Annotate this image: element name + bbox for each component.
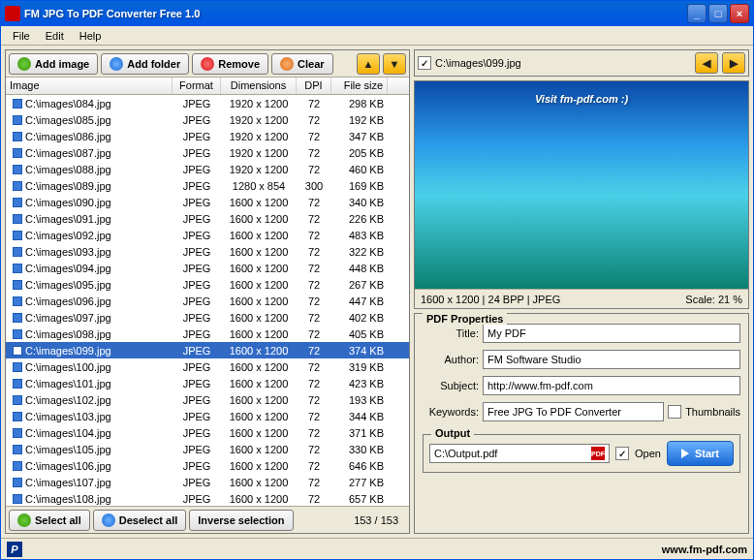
image-icon [13,329,22,339]
add-image-button[interactable]: Add image [9,53,98,75]
table-row[interactable]: C:\images\091.jpgJPEG1600 x 120072226 KB [6,210,409,227]
thumbnails-checkbox[interactable] [668,405,681,419]
subject-label: Subject: [423,380,479,391]
image-icon [13,428,22,438]
preview-enabled-checkbox[interactable]: ✓ [418,56,431,70]
list-header: Image Format Dimensions DPI File size [6,78,409,95]
image-icon [13,214,22,224]
deselect-all-button[interactable]: Deselect all [93,510,187,531]
title-input[interactable] [483,324,740,343]
image-icon [13,165,22,174]
select-all-button[interactable]: Select all [9,510,90,531]
thumbnails-label: Thumbnails [685,406,740,418]
maximize-button[interactable]: □ [708,4,728,23]
table-row[interactable]: C:\images\100.jpgJPEG1600 x 120072319 KB [6,358,409,375]
keywords-input[interactable] [483,402,664,421]
menubar: File Edit Help [1,26,753,46]
col-image[interactable]: Image [6,78,173,94]
minimize-button[interactable]: _ [687,4,707,23]
table-row[interactable]: C:\images\108.jpgJPEG1600 x 120072657 KB [6,490,409,506]
start-button[interactable]: Start [667,441,734,466]
next-image-button[interactable]: ▶ [722,52,745,74]
table-row[interactable]: C:\images\101.jpgJPEG1600 x 120072423 KB [6,375,409,391]
table-row[interactable]: C:\images\087.jpgJPEG1920 x 120072205 KB [6,144,409,161]
image-icon [13,115,22,125]
list-toolbar: Add image Add folder Remove Clear ▲ ▼ [6,50,409,78]
list-bottom-bar: Select all Deselect all Inverse selectio… [6,506,409,533]
uncheck-icon [102,513,115,527]
preview-toolbar: ✓ C:\images\099.jpg ◀ ▶ [414,49,749,77]
table-row[interactable]: C:\images\094.jpgJPEG1600 x 120072448 KB [6,260,409,276]
preview-info: 1600 x 1200 | 24 BPP | JPEG [421,294,560,305]
website-link[interactable]: www.fm-pdf.com [662,544,747,555]
folder-icon [110,57,123,71]
plus-icon [17,57,31,71]
image-icon [13,198,22,207]
output-path-input[interactable]: C:\Output.pdf PDF [429,444,610,463]
image-icon [13,346,22,356]
preview-path: C:\images\099.jpg [435,57,691,69]
preview-image: Visit fm-pdf.com :) [415,81,748,289]
table-row[interactable]: C:\images\095.jpgJPEG1600 x 120072267 KB [6,276,409,293]
right-panel: ✓ C:\images\099.jpg ◀ ▶ Visit fm-pdf.com… [414,49,749,534]
window-title: FM JPG To PDF Converter Free 1.0 [24,8,687,19]
image-icon [13,264,22,273]
author-input[interactable] [483,350,740,369]
table-row[interactable]: C:\images\103.jpgJPEG1600 x 120072344 KB [6,408,409,424]
paypal-icon[interactable]: P [7,542,22,557]
table-row[interactable]: C:\images\105.jpgJPEG1600 x 120072330 KB [6,441,409,457]
table-row[interactable]: C:\images\106.jpgJPEG1600 x 120072646 KB [6,457,409,474]
table-row[interactable]: C:\images\086.jpgJPEG1920 x 120072347 KB [6,128,409,144]
image-icon [13,280,22,290]
table-row[interactable]: C:\images\102.jpgJPEG1600 x 120072193 KB [6,391,409,408]
col-format[interactable]: Format [173,78,221,94]
table-row[interactable]: C:\images\084.jpgJPEG1920 x 120072298 KB [6,95,409,111]
col-dimensions[interactable]: Dimensions [221,78,297,94]
list-body[interactable]: C:\images\084.jpgJPEG1920 x 120072298 KB… [6,95,409,506]
minus-icon [201,57,214,71]
table-row[interactable]: C:\images\099.jpgJPEG1600 x 120072374 KB [6,342,409,358]
table-row[interactable]: C:\images\104.jpgJPEG1600 x 120072371 KB [6,424,409,441]
move-up-button[interactable]: ▲ [357,53,380,75]
table-row[interactable]: C:\images\090.jpgJPEG1600 x 120072340 KB [6,194,409,210]
add-folder-button[interactable]: Add folder [101,53,189,75]
prev-image-button[interactable]: ◀ [695,52,718,74]
item-count: 153 / 153 [354,514,406,526]
author-label: Author: [423,354,479,365]
preview-box: Visit fm-pdf.com :) 1600 x 1200 | 24 BPP… [414,80,749,309]
col-dpi[interactable]: DPI [297,78,331,94]
inverse-selection-button[interactable]: Inverse selection [189,510,293,531]
table-row[interactable]: C:\images\093.jpgJPEG1600 x 120072322 KB [6,243,409,260]
menu-help[interactable]: Help [72,28,110,44]
image-icon [13,445,22,454]
titlebar: FM JPG To PDF Converter Free 1.0 _ □ × [1,1,753,26]
image-icon [13,478,22,487]
check-icon [17,513,31,527]
table-row[interactable]: C:\images\097.jpgJPEG1600 x 120072402 KB [6,309,409,326]
image-icon [13,494,22,504]
move-down-button[interactable]: ▼ [383,53,406,75]
clear-icon [280,57,294,71]
menu-file[interactable]: File [5,28,38,44]
image-icon [13,313,22,323]
props-legend: PDF Properties [423,313,507,325]
image-icon [13,379,22,389]
subject-input[interactable] [483,376,740,395]
table-row[interactable]: C:\images\098.jpgJPEG1600 x 120072405 KB [6,326,409,342]
table-row[interactable]: C:\images\089.jpgJPEG1280 x 854300169 KB [6,177,409,194]
close-button[interactable]: × [730,4,749,23]
remove-button[interactable]: Remove [192,53,268,75]
col-filesize[interactable]: File size [331,78,388,94]
open-label: Open [635,448,661,459]
preview-scale: Scale: 21 % [685,294,742,305]
table-row[interactable]: C:\images\107.jpgJPEG1600 x 120072277 KB [6,474,409,490]
open-checkbox[interactable]: ✓ [615,447,629,460]
table-row[interactable]: C:\images\085.jpgJPEG1920 x 120072192 KB [6,111,409,128]
table-row[interactable]: C:\images\088.jpgJPEG1920 x 120072460 KB [6,161,409,177]
clear-button[interactable]: Clear [271,53,333,75]
table-row[interactable]: C:\images\092.jpgJPEG1600 x 120072483 KB [6,227,409,243]
table-row[interactable]: C:\images\096.jpgJPEG1600 x 120072447 KB [6,293,409,309]
keywords-label: Keywords: [423,406,479,418]
image-icon [13,412,22,421]
menu-edit[interactable]: Edit [38,28,72,44]
